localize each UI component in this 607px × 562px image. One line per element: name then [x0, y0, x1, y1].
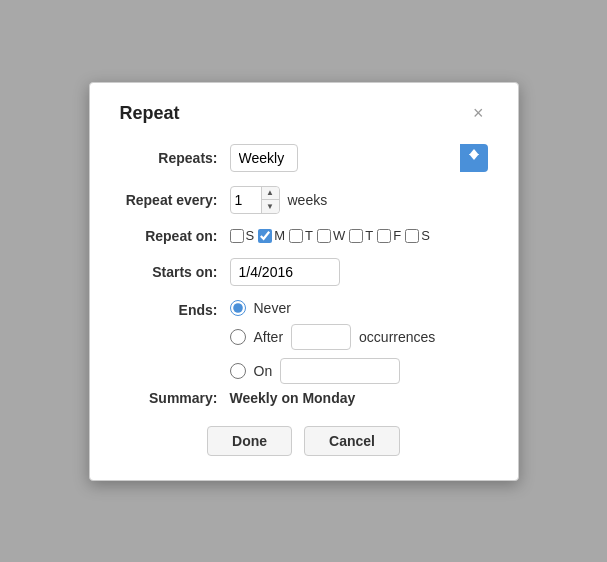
repeat-on-row: Repeat on: S M T W: [120, 228, 488, 244]
repeat-every-input-wrapper: ▲ ▼: [230, 186, 280, 214]
ends-container: Never After occurrences On: [230, 300, 436, 384]
spinner-down-button[interactable]: ▼: [262, 200, 279, 213]
day-item-s2: S: [405, 228, 430, 243]
day-label-s2: S: [421, 228, 430, 243]
end-never-row: Never: [230, 300, 436, 316]
day-checkbox-s2[interactable]: [405, 229, 419, 243]
spinner-buttons: ▲ ▼: [261, 187, 279, 213]
ends-label: Ends:: [120, 300, 230, 318]
end-after-row: After occurrences: [230, 324, 436, 350]
button-row: Done Cancel: [120, 426, 488, 456]
day-item-w: W: [317, 228, 345, 243]
occurrences-input[interactable]: [291, 324, 351, 350]
repeat-on-label: Repeat on:: [120, 228, 230, 244]
starts-on-input[interactable]: [230, 258, 340, 286]
day-checkbox-w[interactable]: [317, 229, 331, 243]
ends-row: Ends: Never After occurrences On: [120, 300, 488, 384]
end-never-radio[interactable]: [230, 300, 246, 316]
select-arrow-icon: [460, 144, 488, 172]
day-item-f: F: [377, 228, 401, 243]
starts-on-label: Starts on:: [120, 264, 230, 280]
repeats-label: Repeats:: [120, 150, 230, 166]
end-on-row: On: [230, 358, 436, 384]
dialog-header: Repeat ×: [120, 103, 488, 124]
end-never-label: Never: [254, 300, 291, 316]
summary-value: Weekly on Monday: [230, 390, 356, 406]
done-button[interactable]: Done: [207, 426, 292, 456]
end-on-radio[interactable]: [230, 363, 246, 379]
days-container: S M T W T: [230, 228, 430, 243]
occurrences-suffix-label: occurrences: [359, 329, 435, 345]
day-label-f: F: [393, 228, 401, 243]
day-label-t2: T: [365, 228, 373, 243]
day-item-t1: T: [289, 228, 313, 243]
repeats-select-wrapper: Daily Weekly Monthly Yearly: [230, 144, 488, 172]
day-checkbox-t2[interactable]: [349, 229, 363, 243]
dialog-title: Repeat: [120, 103, 180, 124]
day-checkbox-f[interactable]: [377, 229, 391, 243]
repeat-every-input[interactable]: [231, 192, 263, 208]
dialog-overlay: Repeat × Repeats: Daily Weekly Monthly Y…: [0, 0, 607, 562]
day-label-m: M: [274, 228, 285, 243]
weeks-label: weeks: [288, 192, 328, 208]
spinner-up-button[interactable]: ▲: [262, 187, 279, 201]
repeats-select[interactable]: Daily Weekly Monthly Yearly: [230, 144, 298, 172]
end-after-label: After: [254, 329, 284, 345]
summary-row: Summary: Weekly on Monday: [120, 390, 488, 406]
end-on-date-input[interactable]: [280, 358, 400, 384]
day-label-w: W: [333, 228, 345, 243]
repeat-every-label: Repeat every:: [120, 192, 230, 208]
starts-on-row: Starts on:: [120, 258, 488, 286]
day-checkbox-s1[interactable]: [230, 229, 244, 243]
day-label-s1: S: [246, 228, 255, 243]
repeats-row: Repeats: Daily Weekly Monthly Yearly: [120, 144, 488, 172]
repeat-every-row: Repeat every: ▲ ▼ weeks: [120, 186, 488, 214]
repeat-dialog: Repeat × Repeats: Daily Weekly Monthly Y…: [89, 82, 519, 481]
day-item-t2: T: [349, 228, 373, 243]
cancel-button[interactable]: Cancel: [304, 426, 400, 456]
day-item-m: M: [258, 228, 285, 243]
day-label-t1: T: [305, 228, 313, 243]
summary-label: Summary:: [120, 390, 230, 406]
day-item-s1: S: [230, 228, 255, 243]
day-checkbox-t1[interactable]: [289, 229, 303, 243]
end-on-label: On: [254, 363, 273, 379]
end-after-radio[interactable]: [230, 329, 246, 345]
day-checkbox-m[interactable]: [258, 229, 272, 243]
close-button[interactable]: ×: [469, 104, 488, 122]
